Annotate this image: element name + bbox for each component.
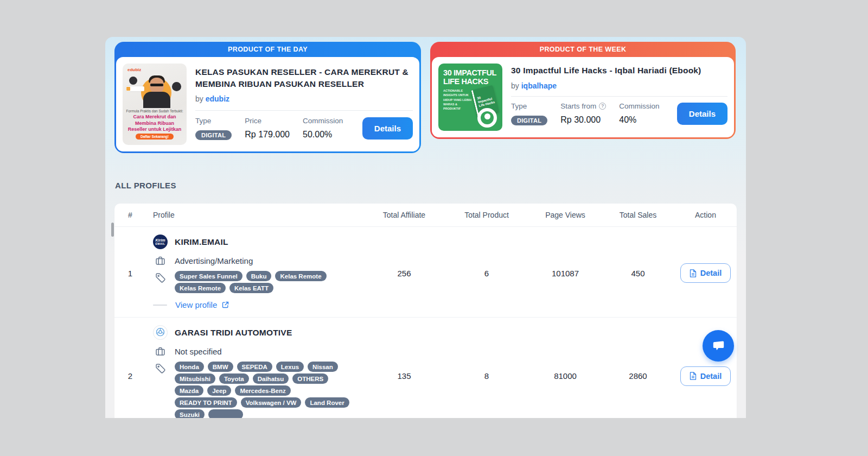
total-affiliate-value: 135 bbox=[364, 371, 444, 381]
profile-category: Not specified bbox=[175, 347, 222, 356]
document-icon bbox=[690, 372, 697, 380]
document-icon bbox=[690, 269, 697, 277]
product-author-line: by edubiz bbox=[195, 94, 413, 103]
action-cell: Detail bbox=[674, 366, 737, 386]
tag-pill: OTHERS bbox=[292, 373, 328, 384]
tag-pill-clipped bbox=[208, 409, 243, 418]
chat-icon bbox=[711, 338, 726, 354]
col-number: # bbox=[114, 211, 146, 219]
tag-pill: SEPEDA bbox=[237, 362, 272, 372]
all-profiles-heading: ALL PROFILES bbox=[115, 181, 746, 190]
details-button[interactable]: Details bbox=[362, 117, 413, 140]
tag-pill: Daihatsu bbox=[253, 373, 289, 384]
promo-cards-row: PRODUCT OF THE DAY edubiz Formula Prakti… bbox=[105, 37, 746, 153]
table-header-row: # Profile Total Affiliate Total Product … bbox=[114, 204, 737, 227]
details-button[interactable]: Details bbox=[677, 103, 727, 125]
starts-from-label: Starts from ? bbox=[560, 102, 606, 110]
table-row: 1KirimEMAILKIRIM.EMAILAdvertising/Market… bbox=[114, 227, 737, 318]
detail-button[interactable]: Detail bbox=[680, 263, 731, 283]
detail-button[interactable]: Detail bbox=[680, 366, 731, 386]
type-badge: DIGITAL bbox=[195, 130, 232, 140]
question-circle-icon[interactable]: ? bbox=[599, 103, 606, 110]
total-sales-value: 450 bbox=[602, 269, 674, 278]
tag-pill: Mercedes-Benz bbox=[235, 385, 290, 396]
total-sales-value: 2860 bbox=[602, 371, 674, 381]
profile-cell: KirimEMAILKIRIM.EMAILAdvertising/Marketi… bbox=[146, 235, 364, 312]
image-brand-logo: edubiz bbox=[127, 67, 141, 72]
price-label: Price bbox=[245, 117, 290, 125]
dash-divider bbox=[153, 305, 167, 306]
col-action: Action bbox=[674, 211, 737, 219]
col-total-affiliate: Total Affiliate bbox=[364, 211, 444, 219]
row-number: 1 bbox=[114, 269, 146, 278]
tag-pill: Kelas Remote bbox=[275, 271, 326, 281]
tag-pill: BMW bbox=[208, 362, 233, 372]
tag-pill: Jeep bbox=[207, 385, 231, 396]
product-of-day-banner: PRODUCT OF THE DAY bbox=[116, 42, 419, 57]
commission-label: Commission bbox=[619, 102, 659, 110]
tag-pill: Mitsubishi bbox=[175, 373, 215, 384]
scrollbar-thumb[interactable] bbox=[111, 223, 114, 237]
chat-button[interactable] bbox=[703, 330, 734, 362]
page-views-value: 81000 bbox=[529, 371, 602, 381]
external-link-icon bbox=[221, 301, 229, 309]
divider bbox=[511, 96, 727, 97]
total-affiliate-value: 256 bbox=[364, 269, 444, 278]
row-number: 2 bbox=[114, 371, 146, 381]
tag-list: HondaBMWSEPEDALexusNissanMitsubishiToyot… bbox=[175, 362, 354, 418]
page-views-value: 101087 bbox=[529, 269, 602, 278]
tag-pill: Land Rover bbox=[305, 397, 349, 408]
profiles-table: # Profile Total Affiliate Total Product … bbox=[114, 204, 737, 418]
price-value: Rp 30.000 bbox=[560, 115, 606, 125]
main-panel: PRODUCT OF THE DAY edubiz Formula Prakti… bbox=[105, 37, 746, 418]
product-author-line: by iqbalhape bbox=[511, 81, 727, 90]
divider bbox=[195, 110, 413, 111]
speaker-badge bbox=[126, 86, 144, 91]
briefcase-icon bbox=[155, 255, 166, 267]
profile-category: Advertising/Marketing bbox=[175, 256, 253, 265]
type-label: Type bbox=[195, 117, 232, 125]
product-of-week-image: 30 IMPACTFUL LIFE HACKS ACTIONABLE INSIG… bbox=[438, 64, 502, 131]
tag-pill: Volkswagen / VW bbox=[241, 397, 302, 408]
tag-pill: Honda bbox=[175, 362, 204, 372]
tag-pill: Lexus bbox=[276, 362, 304, 372]
cover-title: 30 IMPACTFUL bbox=[443, 69, 502, 77]
product-of-week-card: PRODUCT OF THE WEEK 30 IMPACTFUL LIFE HA… bbox=[430, 42, 736, 139]
action-cell: Detail bbox=[674, 263, 737, 283]
author-link[interactable]: edubiz bbox=[206, 94, 229, 103]
image-tagline: Formula Praktis dan Sudah Terbukti: bbox=[123, 109, 187, 113]
profile-name: KIRIM.EMAIL bbox=[175, 237, 228, 247]
tag-icon bbox=[155, 363, 166, 374]
tag-list: Super Sales FunnelBukuKelas RemoteKelas … bbox=[175, 271, 354, 293]
view-profile-link[interactable]: View profile bbox=[175, 300, 229, 309]
type-badge: DIGITAL bbox=[511, 116, 547, 125]
tag-pill: Nissan bbox=[308, 362, 338, 372]
tag-pill: Toyota bbox=[219, 373, 249, 384]
briefcase-icon bbox=[155, 346, 166, 357]
commission-value: 50.00% bbox=[303, 130, 343, 140]
col-total-sales: Total Sales bbox=[602, 211, 674, 219]
author-link[interactable]: iqbalhape bbox=[521, 81, 557, 90]
total-product-value: 8 bbox=[444, 371, 529, 381]
image-cta-pill: Daftar Sekarang! bbox=[136, 134, 174, 140]
commission-label: Commission bbox=[303, 117, 343, 125]
tag-icon bbox=[155, 272, 166, 283]
decor-dot bbox=[172, 82, 181, 91]
product-title: KELAS PASUKAN RESELLER - CARA MEREKRUT &… bbox=[195, 66, 413, 90]
type-label: Type bbox=[511, 102, 547, 110]
tag-pill: Mazda bbox=[175, 385, 203, 396]
col-total-product: Total Product bbox=[444, 211, 529, 219]
profile-cell: GARASI TRIDI AUTOMOTIVENot specifiedHond… bbox=[146, 325, 364, 418]
avatar: KirimEMAIL bbox=[153, 235, 168, 249]
product-of-week-banner: PRODUCT OF THE WEEK bbox=[432, 42, 734, 57]
avatar bbox=[153, 325, 168, 340]
tag-pill: Super Sales Funnel bbox=[175, 271, 242, 281]
tag-pill: Kelas EATT bbox=[229, 283, 273, 293]
decor-dot bbox=[129, 77, 137, 85]
product-title: 30 Impactful Life Hacks - Iqbal Hariadi … bbox=[511, 65, 727, 77]
col-profile: Profile bbox=[146, 211, 364, 219]
table-row: 2GARASI TRIDI AUTOMOTIVENot specifiedHon… bbox=[114, 318, 737, 418]
cover-subtitle: ACTIONABLE INSIGHTS UNTUK HIDUP YANG LEB… bbox=[443, 88, 473, 111]
tag-pill: Kelas Remote bbox=[175, 283, 226, 293]
tag-pill: Buku bbox=[246, 271, 272, 281]
